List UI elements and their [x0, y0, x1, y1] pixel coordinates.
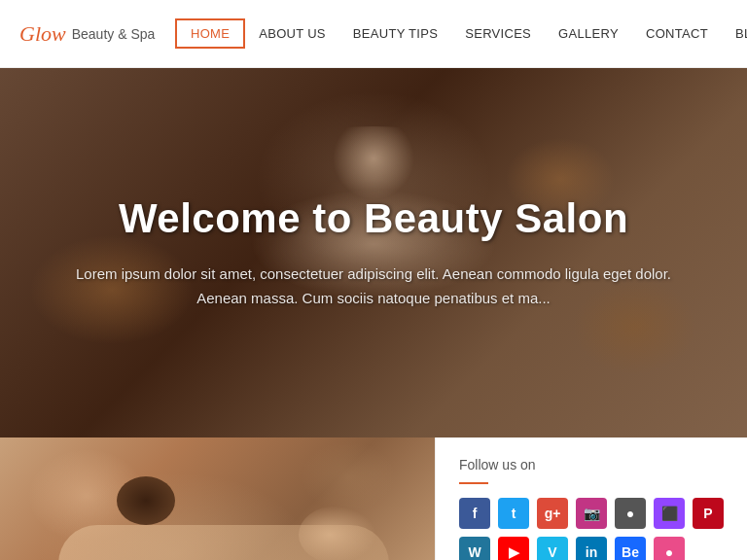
linkedin-button[interactable]: in	[576, 537, 607, 560]
social-grid: ftg+📷●⬛PW▶VinBe●	[459, 498, 724, 560]
twitter-button[interactable]: t	[498, 498, 529, 529]
social-row-0: ftg+📷●⬛P	[459, 498, 724, 529]
follow-us-panel: Follow us on ftg+📷●⬛PW▶VinBe●	[435, 438, 747, 560]
nav-item-about-us[interactable]: ABOUT US	[245, 20, 339, 47]
nav-item-beauty-tips[interactable]: BEAUTY TIPS	[339, 20, 451, 47]
nav-item-blog[interactable]: BLOG	[722, 20, 747, 47]
facebook-button[interactable]: f	[459, 498, 490, 529]
massage-image	[0, 438, 435, 560]
vimeo-button[interactable]: V	[537, 537, 568, 560]
circle-button[interactable]: ●	[615, 498, 646, 529]
twitch-button[interactable]: ⬛	[654, 498, 685, 529]
nav-item-gallery[interactable]: GALLERY	[545, 20, 632, 47]
follow-us-title: Follow us on	[459, 457, 724, 472]
massage-hands-shape	[299, 506, 376, 560]
hero-title: Welcome to Beauty Salon	[119, 195, 628, 242]
dribbble-button[interactable]: ●	[654, 537, 685, 560]
youtube-button[interactable]: ▶	[498, 537, 529, 560]
main-nav: HOMEABOUT USBEAUTY TIPSSERVICESGALLERYCO…	[175, 18, 747, 49]
header: Glow Beauty & Spa HOMEABOUT USBEAUTY TIP…	[0, 0, 747, 68]
hero-section: Welcome to Beauty Salon Lorem ipsum dolo…	[0, 68, 747, 438]
logo-glow: Glow	[19, 21, 66, 47]
pinterest-button[interactable]: P	[693, 498, 724, 529]
below-hero-section: Follow us on ftg+📷●⬛PW▶VinBe●	[0, 438, 747, 560]
logo-area: Glow Beauty & Spa	[19, 21, 175, 47]
nav-item-contact[interactable]: CONTACT	[632, 20, 722, 47]
social-row-1: W▶VinBe●	[459, 537, 724, 560]
instagram-button[interactable]: 📷	[576, 498, 607, 529]
follow-us-underline	[459, 482, 488, 484]
logo-subtitle: Beauty & Spa	[72, 26, 156, 42]
behance-button[interactable]: Be	[615, 537, 646, 560]
hair-bun-shape	[117, 476, 175, 525]
hero-description: Lorem ipsum dolor sit amet, consectetuer…	[62, 262, 685, 311]
wordpress-button[interactable]: W	[459, 537, 490, 560]
nav-item-services[interactable]: SERVICES	[451, 20, 545, 47]
google-plus-button[interactable]: g+	[537, 498, 568, 529]
nav-item-home[interactable]: HOME	[175, 18, 245, 49]
hero-content: Welcome to Beauty Salon Lorem ipsum dolo…	[0, 68, 747, 438]
